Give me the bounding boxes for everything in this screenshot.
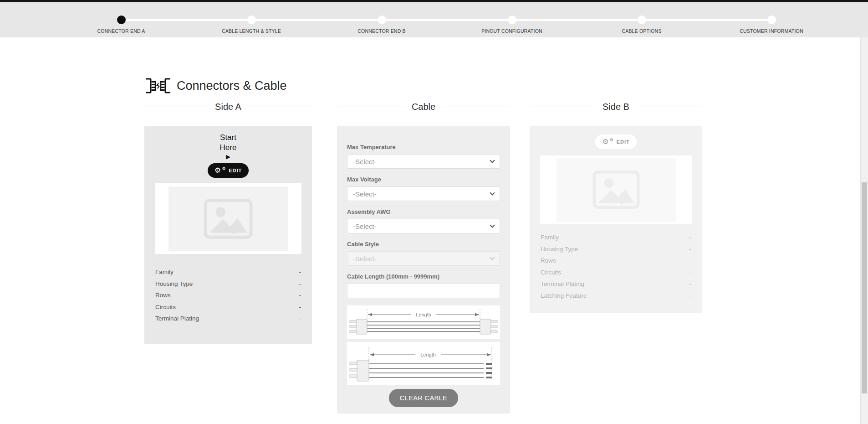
- page-header: Connectors & Cable: [144, 77, 287, 95]
- start-here-hint: Here: [144, 143, 312, 153]
- step-dot-icon[interactable]: [117, 16, 126, 24]
- max-temperature-select[interactable]: -Select-: [347, 154, 500, 169]
- spec-row: Terminal Plating-: [541, 278, 691, 290]
- image-placeholder-icon: [204, 198, 253, 239]
- start-arrow-icon: ▶: [144, 153, 312, 161]
- step-label: CUSTOMER INFORMATION: [721, 28, 822, 34]
- chevron-down-icon: [490, 190, 495, 195]
- step-label: CONNECTOR END A: [71, 28, 171, 34]
- spec-row: Family-: [155, 266, 301, 278]
- spec-row: Circuits-: [541, 267, 691, 279]
- side-a-heading: Side A: [144, 101, 312, 113]
- side-a-panel: Start Here ▶ ⚙ ⚙ EDIT Family- Housing Ty…: [144, 126, 312, 344]
- gear-icon: ⚙: [602, 139, 608, 145]
- step-pinout-configuration[interactable]: PINOUT CONFIGURATION: [462, 2, 562, 34]
- spec-row: Circuits-: [155, 301, 301, 313]
- side-a-image-placeholder: [168, 186, 288, 251]
- max-temperature-label: Max Temperature: [347, 144, 500, 150]
- step-dot-icon[interactable]: [508, 16, 516, 24]
- divider-line: [443, 107, 510, 107]
- step-customer-information[interactable]: CUSTOMER INFORMATION: [721, 2, 822, 34]
- gear-icon: ⚙: [214, 167, 221, 174]
- step-dot-icon[interactable]: [767, 16, 776, 24]
- progress-stepper: CONNECTOR END A CABLE LENGTH & STYLE CON…: [0, 2, 868, 37]
- assembly-awg-select[interactable]: -Select-: [347, 219, 500, 233]
- svg-text:Length: Length: [416, 312, 431, 317]
- cable-style-select[interactable]: -Select-: [347, 251, 500, 266]
- cable-panel: Max Temperature -Select- Max Voltage -Se…: [337, 126, 510, 414]
- step-connector-end-b[interactable]: CONNECTOR END B: [332, 2, 432, 34]
- step-label: CONNECTOR END B: [332, 28, 432, 34]
- side-b-heading: Side B: [530, 101, 702, 113]
- step-dot-icon[interactable]: [638, 16, 646, 24]
- cable-length-input[interactable]: [347, 284, 500, 298]
- connector-mating-icon: [144, 77, 172, 95]
- step-connector-end-a[interactable]: CONNECTOR END A: [71, 2, 171, 34]
- side-b-photo-strip: [540, 155, 692, 224]
- side-a-edit-button[interactable]: ⚙ ⚙ EDIT: [208, 163, 249, 178]
- spec-row: Terminal Plating-: [155, 313, 301, 325]
- side-a-spec-list: Family- Housing Type- Rows- Circuits- Te…: [155, 266, 301, 325]
- scrollbar-thumb[interactable]: [862, 182, 867, 393]
- spec-row: Housing Type-: [155, 278, 301, 290]
- page: CONNECTOR END A CABLE LENGTH & STYLE CON…: [0, 0, 868, 424]
- cable-diagram-both-ends: Length: [347, 305, 500, 339]
- gear-small-icon: ⚙: [222, 166, 226, 171]
- cable-length-label: Cable Length (100mm - 9999mm): [347, 273, 500, 280]
- page-title: Connectors & Cable: [177, 79, 287, 93]
- window-top-edge: [0, 0, 868, 2]
- side-b-image-placeholder: [557, 158, 676, 222]
- divider-line: [530, 107, 595, 107]
- chevron-down-icon: [490, 158, 495, 163]
- divider-line: [337, 107, 404, 107]
- step-cable-options[interactable]: CABLE OPTIONS: [592, 2, 692, 34]
- vertical-scrollbar[interactable]: [860, 37, 868, 424]
- spec-row: Latching Feature-: [541, 290, 691, 302]
- side-b-spec-list: Family- Housing Type- Rows- Circuits- Te…: [541, 232, 691, 301]
- step-label: PINOUT CONFIGURATION: [462, 28, 562, 34]
- step-dot-icon[interactable]: [378, 16, 386, 24]
- max-voltage-select[interactable]: -Select-: [347, 186, 500, 201]
- side-b-panel: ⚙ ⚙ EDIT Family- Housing Type- Rows- Cir…: [530, 126, 702, 313]
- spec-row: Rows-: [155, 290, 301, 301]
- step-dot-icon[interactable]: [247, 16, 256, 24]
- start-here-hint: Start: [144, 133, 312, 143]
- assembly-awg-label: Assembly AWG: [347, 208, 500, 215]
- cable-diagram-single-end: Length: [347, 342, 500, 385]
- chevron-down-icon: [490, 222, 495, 228]
- step-cable-length-style[interactable]: CABLE LENGTH & STYLE: [201, 2, 301, 34]
- chevron-down-icon: [490, 255, 495, 260]
- side-a-photo-strip: [155, 183, 301, 254]
- max-voltage-label: Max Voltage: [347, 176, 500, 183]
- clear-cable-button[interactable]: CLEAR CABLE: [389, 389, 458, 407]
- gear-small-icon: ⚙: [610, 138, 614, 142]
- spec-row: Housing Type-: [541, 243, 691, 255]
- step-label: CABLE OPTIONS: [592, 28, 692, 34]
- divider-line: [637, 107, 702, 107]
- cable-heading: Cable: [337, 101, 510, 113]
- side-b-edit-button[interactable]: ⚙ ⚙ EDIT: [595, 134, 636, 149]
- cable-style-label: Cable Style: [347, 241, 500, 248]
- divider-line: [249, 107, 312, 107]
- svg-text:Length: Length: [420, 352, 436, 357]
- spec-row: Family-: [541, 232, 691, 243]
- step-label: CABLE LENGTH & STYLE: [201, 28, 301, 34]
- spec-row: Rows-: [541, 255, 691, 267]
- divider-line: [144, 107, 208, 107]
- image-placeholder-icon: [592, 170, 640, 209]
